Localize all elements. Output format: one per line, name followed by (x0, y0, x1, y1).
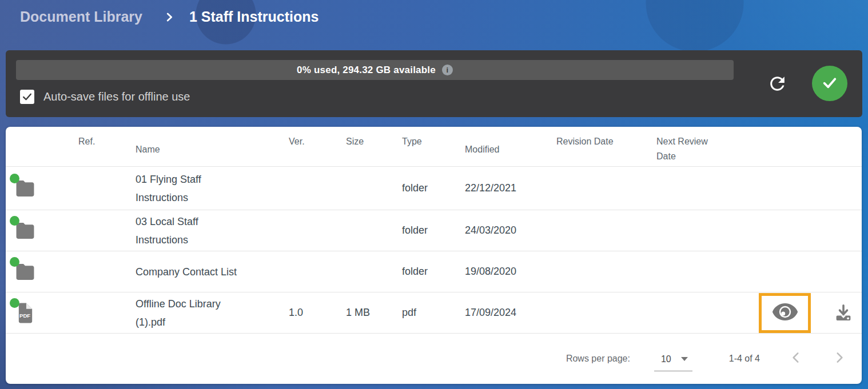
cell-actions (747, 210, 862, 251)
info-icon[interactable] (442, 65, 453, 75)
cell-type: folder (396, 266, 459, 278)
file-icon-cell (6, 260, 57, 283)
cell-modified: 17/09/2024 (459, 307, 551, 319)
cell-actions (747, 292, 862, 333)
column-header-next-review-date-label: Next Review Date (656, 134, 720, 164)
table-row[interactable]: Company Contact List folder 19/08/2020 (6, 251, 862, 292)
breadcrumb-parent-link[interactable]: Document Library (20, 9, 142, 25)
column-header-modified[interactable]: Modified (459, 127, 551, 166)
chevron-right-icon (163, 11, 176, 23)
offline-storage-toolbar: 0% used, 294.32 GB available Auto-save f… (6, 50, 862, 117)
pagination: Rows per page: 10 1-4 of 4 (6, 334, 862, 383)
document-library-screen: Document Library 1 Staff Instructions 0%… (0, 0, 868, 389)
chevron-right-icon (832, 350, 847, 367)
file-table-card: Ref. Name Ver. Size Type Modified Revisi… (6, 127, 862, 384)
table-header-row: Ref. Name Ver. Size Type Modified Revisi… (6, 127, 862, 167)
view-highlight-box (759, 293, 811, 333)
rows-per-page-label: Rows per page: (566, 354, 630, 364)
cell-name[interactable]: 01 Flying Staff Instructions (130, 170, 253, 207)
eye-icon (772, 314, 798, 323)
file-icon-cell (6, 219, 57, 242)
breadcrumb: Document Library 1 Staff Instructions (20, 9, 318, 25)
cell-name[interactable]: 03 Local Staff Instructions (130, 212, 253, 249)
svg-text:PDF: PDF (19, 312, 30, 318)
column-header-ref[interactable]: Ref. (57, 127, 130, 166)
file-icon-cell (6, 177, 57, 200)
cell-modified: 24/03/2020 (459, 224, 551, 236)
folder-icon[interactable] (14, 260, 37, 283)
autosave-row: Auto-save files for offline use (20, 90, 190, 104)
download-button[interactable] (834, 303, 853, 323)
table-row[interactable]: PDF Offline Doc Library (1).pdf 1.0 1 MB… (6, 292, 862, 334)
storage-usage-text: 0% used, 294.32 GB available (297, 65, 436, 76)
synced-status-dot (10, 298, 19, 308)
confirm-button[interactable] (812, 66, 847, 101)
column-header-ver[interactable]: Ver. (283, 127, 340, 166)
cell-actions (747, 251, 862, 292)
pagination-range: 1-4 of 4 (729, 354, 760, 364)
cell-name[interactable]: Company Contact List (130, 263, 253, 281)
column-header-revision-date[interactable]: Revision Date (551, 127, 651, 166)
folder-icon[interactable] (14, 177, 37, 200)
cell-type: pdf (396, 307, 459, 319)
synced-status-dot (10, 257, 19, 267)
check-icon (821, 74, 839, 94)
previous-page-button[interactable] (789, 350, 803, 367)
cell-modified: 22/12/2021 (459, 182, 551, 194)
cell-ver: 1.0 (283, 307, 340, 319)
column-header-size[interactable]: Size (340, 127, 396, 166)
refresh-icon (767, 87, 788, 96)
storage-usage-bar: 0% used, 294.32 GB available (16, 60, 734, 80)
column-header-next-review-date[interactable]: Next Review Date (651, 127, 747, 166)
breadcrumb-current: 1 Staff Instructions (189, 9, 318, 25)
synced-status-dot (10, 216, 19, 226)
file-icon-cell: PDF (6, 302, 57, 324)
cell-type: folder (396, 224, 459, 236)
cell-modified: 19/08/2020 (459, 266, 551, 278)
synced-status-dot (10, 174, 19, 183)
cell-size: 1 MB (340, 307, 396, 319)
column-header-name[interactable]: Name (130, 127, 283, 166)
table-row[interactable]: 01 Flying Staff Instructions folder 22/1… (6, 167, 862, 210)
autosave-label: Auto-save files for offline use (43, 90, 190, 103)
rows-per-page-value: 10 (661, 354, 671, 364)
column-header-actions (747, 127, 862, 166)
cell-name[interactable]: Offline Doc Library (1).pdf (130, 295, 253, 331)
caret-down-icon (681, 357, 688, 361)
pdf-file-icon[interactable]: PDF (14, 302, 37, 324)
next-page-button[interactable] (832, 350, 847, 367)
folder-icon[interactable] (14, 219, 37, 242)
table-row[interactable]: 03 Local Staff Instructions folder 24/03… (6, 210, 862, 251)
download-icon (834, 315, 853, 323)
cell-actions (747, 167, 862, 210)
cell-type: folder (396, 182, 459, 194)
chevron-left-icon (789, 350, 803, 367)
refresh-button[interactable] (767, 73, 788, 96)
column-header-icon (6, 127, 57, 166)
autosave-checkbox[interactable] (20, 90, 34, 104)
rows-per-page-select[interactable]: 10 (654, 354, 692, 371)
column-header-type[interactable]: Type (396, 127, 459, 166)
view-button[interactable] (772, 303, 798, 323)
